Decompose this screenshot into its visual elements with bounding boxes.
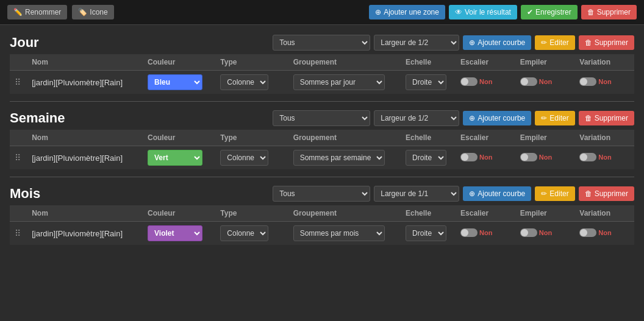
semaine-row-type-select[interactable]: Colonne (220, 150, 268, 166)
semaine-row-groupement-select[interactable]: Sommes par semaine (293, 150, 385, 166)
pencil-icon-jour: ✏ (541, 38, 547, 47)
mois-edit-button[interactable]: ✏ Editer (535, 186, 574, 201)
semaine-col-couleur: Couleur (143, 130, 215, 146)
jour-escalier-non-label: Non (479, 78, 492, 85)
semaine-col-drag (10, 130, 27, 146)
mois-row-empiler-toggle[interactable]: Non (520, 228, 552, 237)
jour-edit-button[interactable]: ✏ Editer (535, 35, 574, 50)
semaine-empiler-track (520, 153, 537, 161)
mois-row-escalier-toggle[interactable]: Non (460, 228, 492, 237)
semaine-delete-button[interactable]: 🗑 Supprimer (579, 111, 634, 125)
pencil-icon-semaine: ✏ (541, 114, 547, 122)
mois-width-select[interactable]: Largeur de 1/1 (374, 186, 459, 202)
mois-col-couleur: Couleur (143, 205, 215, 222)
jour-filter-select[interactable]: Tous (273, 35, 370, 51)
jour-empiler-track (520, 77, 537, 86)
semaine-row-empiler-toggle[interactable]: Non (520, 153, 552, 161)
view-result-button[interactable]: 👁 Voir le résultat (449, 5, 517, 19)
semaine-add-curve-button[interactable]: ⊕ Ajouter courbe (463, 111, 531, 125)
mois-add-curve-label: Ajouter courbe (478, 189, 525, 198)
semaine-empiler-non-label: Non (539, 153, 552, 161)
mois-row-variation-toggle[interactable]: Non (579, 228, 611, 237)
semaine-row-couleur-select[interactable]: Vert (148, 150, 202, 166)
jour-row-couleur-select[interactable]: Bleu (148, 74, 202, 90)
semaine-row-echelle-select[interactable]: Droite (406, 150, 446, 166)
jour-col-couleur: Couleur (143, 54, 215, 71)
section-jour-title: Jour (10, 35, 39, 51)
jour-add-curve-button[interactable]: ⊕ Ajouter courbe (463, 35, 531, 50)
mois-col-nom: Nom (27, 205, 143, 222)
pencil-icon: ✏️ (13, 8, 23, 16)
mois-col-escalier: Escalier (456, 205, 515, 222)
semaine-edit-button[interactable]: ✏ Editer (535, 111, 574, 125)
drag-handle-mois[interactable]: ⠿ (15, 228, 21, 238)
table-row: ⠿ [jardin][Pluviomètre][Rain] Vert Colon… (10, 146, 634, 170)
table-row: ⠿ [jardin][Pluviomètre][Rain] Violet Col… (10, 222, 634, 245)
jour-col-nom: Nom (27, 54, 143, 71)
jour-row-variation-toggle[interactable]: Non (579, 77, 611, 86)
section-mois-header: Mois Tous Largeur de 1/1 ⊕ Ajouter courb… (10, 182, 634, 205)
mois-variation-thumb (580, 229, 587, 236)
mois-row-echelle-select[interactable]: Droite (406, 225, 446, 241)
jour-row-escalier-toggle[interactable]: Non (460, 77, 492, 86)
semaine-filter-select[interactable]: Tous (273, 110, 370, 126)
semaine-row-escalier-toggle[interactable]: Non (460, 153, 492, 161)
semaine-escalier-non-label: Non (479, 153, 492, 161)
semaine-add-curve-label: Ajouter courbe (478, 114, 525, 122)
jour-row-echelle-select[interactable]: Droite (406, 74, 446, 90)
plus-circle-icon: ⊕ (469, 38, 475, 47)
semaine-table-header-row: Nom Couleur Type Groupement Echelle Esca… (10, 130, 634, 146)
rename-button[interactable]: ✏️ Renommer (7, 5, 67, 19)
top-bar-right: ⊕ Ajouter une zone 👁 Voir le résultat ✔ … (369, 5, 637, 19)
jour-add-curve-label: Ajouter courbe (478, 38, 525, 47)
mois-delete-button[interactable]: 🗑 Supprimer (579, 186, 634, 201)
save-button[interactable]: ✔ Enregistrer (521, 5, 578, 19)
mois-empiler-thumb (521, 229, 528, 236)
mois-filter-select[interactable]: Tous (273, 186, 370, 202)
mois-col-variation: Variation (574, 205, 634, 222)
mois-row-groupement-select[interactable]: Sommes par mois (293, 225, 385, 241)
icon-button[interactable]: 🏷️ Icone (72, 5, 113, 19)
top-bar: ✏️ Renommer 🏷️ Icone ⊕ Ajouter une zone … (0, 0, 644, 25)
section-semaine-header: Semaine Tous Largeur de 1/2 ⊕ Ajouter co… (10, 107, 634, 130)
semaine-row-nom: [jardin][Pluviomètre][Rain] (27, 146, 143, 170)
delete-button[interactable]: 🗑 Supprimer (581, 5, 637, 19)
trash-icon-mois: 🗑 (585, 189, 592, 198)
view-result-label: Voir le résultat (465, 8, 511, 16)
add-zone-button[interactable]: ⊕ Ajouter une zone (369, 5, 445, 19)
drag-handle-jour[interactable]: ⠿ (15, 77, 21, 87)
eye-icon: 👁 (455, 8, 462, 16)
jour-row-type-select[interactable]: Colonne (220, 74, 268, 90)
main-content: Jour Tous Largeur de 1/2 ⊕ Ajouter courb… (0, 25, 644, 258)
drag-handle-semaine[interactable]: ⠿ (15, 153, 21, 163)
trash-icon: 🗑 (587, 8, 595, 16)
jour-delete-button[interactable]: 🗑 Supprimer (579, 35, 634, 50)
semaine-variation-non-label: Non (598, 153, 611, 161)
jour-row-empiler-toggle[interactable]: Non (520, 77, 552, 86)
semaine-row-variation-toggle[interactable]: Non (579, 153, 611, 161)
mois-delete-label: Supprimer (595, 189, 628, 198)
save-label: Enregistrer (535, 8, 571, 16)
jour-col-echelle: Echelle (401, 54, 456, 71)
mois-col-groupement: Groupement (288, 205, 401, 222)
semaine-variation-track (579, 153, 596, 161)
jour-col-type: Type (215, 54, 288, 71)
mois-table-header-row: Nom Couleur Type Groupement Echelle Esca… (10, 205, 634, 222)
jour-table-header-row: Nom Couleur Type Groupement Echelle Esca… (10, 54, 634, 71)
jour-empiler-thumb (521, 78, 528, 85)
semaine-col-empiler: Empiler (515, 130, 575, 146)
section-semaine: Semaine Tous Largeur de 1/2 ⊕ Ajouter co… (10, 107, 634, 169)
jour-row-groupement-select[interactable]: Sommes par jour (293, 74, 385, 90)
mois-col-drag (10, 205, 27, 222)
jour-width-select[interactable]: Largeur de 1/2 (374, 35, 459, 51)
semaine-col-groupement: Groupement (288, 130, 401, 146)
semaine-width-select[interactable]: Largeur de 1/2 (374, 110, 459, 126)
mois-escalier-non-label: Non (479, 229, 492, 236)
mois-escalier-track (460, 228, 478, 237)
mois-add-curve-button[interactable]: ⊕ Ajouter courbe (463, 186, 531, 201)
plus-icon: ⊕ (375, 8, 381, 16)
semaine-escalier-thumb (461, 153, 468, 161)
add-zone-label: Ajouter une zone (384, 8, 439, 16)
mois-row-type-select[interactable]: Colonne (220, 225, 268, 241)
mois-row-couleur-select[interactable]: Violet (148, 225, 202, 241)
